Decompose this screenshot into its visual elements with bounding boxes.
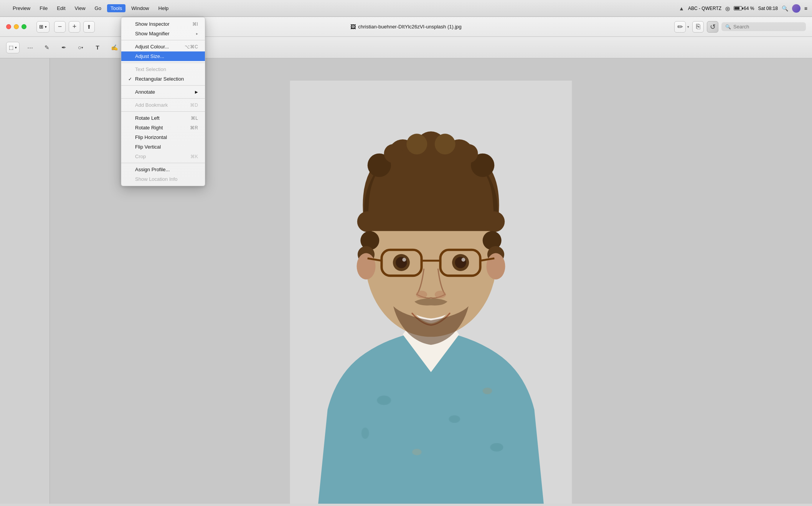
sidebar xyxy=(0,58,50,504)
menu-separator-4 xyxy=(121,98,205,99)
grid-icon: ⊞ xyxy=(39,24,43,30)
menu-separator-3 xyxy=(121,85,205,86)
close-button[interactable] xyxy=(6,24,11,29)
text-button[interactable]: T xyxy=(91,41,104,54)
adjust-colour-shortcut: ⌥⌘C xyxy=(185,44,198,50)
show-inspector-shortcut: ⌘I xyxy=(192,21,198,27)
sketch-icon: ✎ xyxy=(45,44,50,51)
menu-tools[interactable]: Tools xyxy=(107,4,125,12)
minus-icon: − xyxy=(58,23,62,31)
selection-tool-button[interactable]: ⬚ ▾ xyxy=(6,42,20,53)
search-icon[interactable]: 🔍 xyxy=(782,5,788,12)
shapes-chevron-icon: ▾ xyxy=(81,46,83,50)
draw-button[interactable]: ✒ xyxy=(57,41,70,54)
menu-text-selection: Text Selection xyxy=(121,64,205,74)
crop-label: Crop xyxy=(135,154,146,159)
svg-point-3 xyxy=(449,415,460,423)
thumbnail-view-button[interactable]: ⊞ ▾ xyxy=(36,21,50,33)
shapes-button[interactable]: ○ ▾ xyxy=(74,41,87,54)
rect-check-icon: ✓ xyxy=(128,76,134,82)
menu-adjust-size[interactable]: Adjust Size... xyxy=(121,51,205,61)
menu-adjust-colour[interactable]: Adjust Colour... ⌥⌘C xyxy=(121,42,205,51)
menu-annotate[interactable]: Annotate ▶ xyxy=(121,87,205,97)
menu-edit[interactable]: Edit xyxy=(53,4,69,12)
menu-crop: Crop ⌘K xyxy=(121,152,205,161)
svg-point-17 xyxy=(406,134,427,154)
svg-point-7 xyxy=(412,449,421,455)
menu-view[interactable]: View xyxy=(71,4,89,12)
show-magnifier-label: Show Magnifier xyxy=(135,31,170,36)
zoom-out-button[interactable]: − xyxy=(54,21,66,33)
crop-shortcut: ⌘K xyxy=(190,154,198,159)
rectangular-selection-label: Rectangular Selection xyxy=(135,76,184,82)
svg-point-25 xyxy=(357,253,376,279)
adjust-colour-label: Adjust Colour... xyxy=(135,44,169,50)
menu-show-location-info: Show Location Info xyxy=(121,174,205,184)
markup-chevron-icon[interactable]: ▾ xyxy=(687,25,689,29)
menu-separator-2 xyxy=(121,63,205,63)
menu-show-inspector[interactable]: Show Inspector ⌘I xyxy=(121,19,205,29)
search-bar[interactable]: 🔍 xyxy=(721,22,806,31)
menu-show-magnifier[interactable]: Show Magnifier ▸ xyxy=(121,29,205,38)
tools-dropdown: Show Inspector ⌘I Show Magnifier ▸ Adjus… xyxy=(121,17,205,186)
battery-level: 64 % xyxy=(734,6,754,11)
flip-vertical-label: Flip Vertical xyxy=(135,144,161,150)
adjust-size-label: Adjust Size... xyxy=(135,53,164,59)
markup-button[interactable]: ✏ xyxy=(674,21,686,33)
file-icon: 🖼 xyxy=(350,24,356,30)
menu-rotate-right[interactable]: Rotate Right ⌘R xyxy=(121,123,205,132)
menu-flip-horizontal[interactable]: Flip Horizontal xyxy=(121,132,205,142)
menu-separator-6 xyxy=(121,163,205,163)
svg-point-6 xyxy=(490,443,503,451)
show-location-info-label: Show Location Info xyxy=(135,176,178,182)
battery-icon xyxy=(734,6,742,10)
menu-bar-right: ▲ ABC - QWERTZ ◎ 64 % Sat 08:18 🔍 ≡ xyxy=(679,4,807,13)
menu-window[interactable]: Window xyxy=(128,4,152,12)
svg-point-2 xyxy=(377,395,391,405)
menu-rotate-left[interactable]: Rotate Left ⌘L xyxy=(121,113,205,123)
menu-flip-vertical[interactable]: Flip Vertical xyxy=(121,142,205,152)
copy-icon: ⎘ xyxy=(696,23,700,31)
menu-bar-left: Preview File Edit View Go Tools Window H… xyxy=(5,4,172,12)
menu-help[interactable]: Help xyxy=(155,4,172,12)
siri-icon[interactable]: ◎ xyxy=(725,5,730,12)
svg-point-19 xyxy=(357,211,378,232)
menu-preview[interactable]: Preview xyxy=(9,4,34,12)
rotate-button[interactable]: ↺ xyxy=(707,21,718,33)
chevron-down-icon: ▾ xyxy=(45,25,47,29)
window-controls xyxy=(6,24,26,29)
sketch-button[interactable]: ✎ xyxy=(40,41,53,54)
user-avatar[interactable] xyxy=(792,4,800,13)
minimize-button[interactable] xyxy=(14,24,19,29)
dropbox-icon[interactable]: ▲ xyxy=(679,5,684,12)
svg-point-16 xyxy=(459,144,478,163)
instant-alpha-button[interactable]: ⋯ xyxy=(23,41,36,54)
text-selection-label: Text Selection xyxy=(135,66,166,72)
selection-chevron-icon: ▾ xyxy=(15,46,17,50)
svg-point-4 xyxy=(483,388,492,394)
lines-icon[interactable]: ≡ xyxy=(804,5,807,12)
sign-button[interactable]: ✍ xyxy=(108,41,121,54)
svg-point-26 xyxy=(486,253,505,279)
zoom-in-button[interactable]: + xyxy=(69,21,80,33)
search-input[interactable] xyxy=(733,24,802,30)
sign-icon: ✍ xyxy=(111,44,118,51)
share-icon: ⬆ xyxy=(87,24,91,30)
abc-label: ABC - QWERTZ xyxy=(688,6,721,11)
menu-separator-1 xyxy=(121,40,205,40)
svg-point-38 xyxy=(416,291,427,298)
svg-point-18 xyxy=(435,134,456,154)
menu-assign-profile[interactable]: Assign Profile... xyxy=(121,165,205,174)
menu-file[interactable]: File xyxy=(36,4,51,12)
menu-go[interactable]: Go xyxy=(91,4,105,12)
rotate-icon: ↺ xyxy=(710,23,716,31)
maximize-button[interactable] xyxy=(21,24,26,29)
copy-button[interactable]: ⎘ xyxy=(692,21,704,33)
svg-point-36 xyxy=(402,258,406,262)
share-button[interactable]: ⬆ xyxy=(83,21,95,33)
menu-rectangular-selection[interactable]: ✓ Rectangular Selection xyxy=(121,74,205,84)
add-bookmark-shortcut: ⌘D xyxy=(190,103,198,108)
plus-icon: + xyxy=(73,23,77,31)
rotate-right-shortcut: ⌘R xyxy=(190,125,198,131)
search-bar-icon: 🔍 xyxy=(725,24,731,30)
